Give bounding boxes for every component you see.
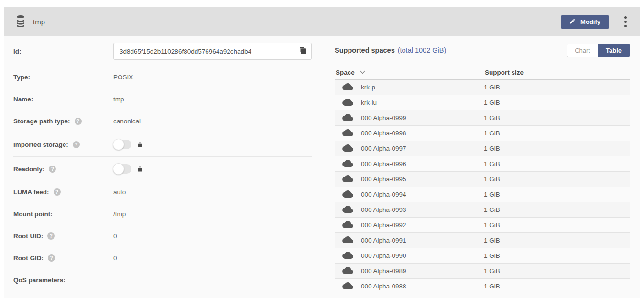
cloud-icon (342, 83, 361, 92)
modify-button-label: Modify (580, 18, 600, 25)
storage-content: Id: Type: POSIX Name: (4, 36, 640, 298)
space-name: 000 Alpha-0998 (361, 126, 484, 141)
space-name: 000 Alpha-0995 (361, 172, 484, 187)
space-row: krk-iu 1 GiB (335, 95, 630, 110)
table-view-button[interactable]: Table (598, 44, 630, 57)
toggle-wrap (113, 140, 142, 149)
cloud-icon (342, 190, 361, 199)
help-icon[interactable]: ? (54, 188, 61, 196)
readonly-toggle[interactable] (113, 164, 131, 174)
table-header-row: Space Support size (335, 68, 630, 80)
storage-id-input[interactable] (114, 48, 294, 55)
supported-spaces-table: Space Support size (335, 68, 630, 294)
space-icon-cell (335, 95, 361, 110)
space-row: 000 Alpha-0996 1 GiB (335, 156, 630, 172)
detail-label-text: Id: (13, 48, 22, 55)
detail-label: Readonly: ? (13, 166, 113, 173)
space-support-size: 1 GiB (484, 110, 630, 126)
chevron-down-icon (360, 68, 365, 76)
detail-row-luma-feed: LUMA feed: ? auto (13, 181, 312, 203)
space-icon-cell (335, 126, 361, 141)
id-input-box (113, 43, 312, 60)
space-row: 000 Alpha-0990 1 GiB (335, 248, 630, 264)
cloud-icon (342, 113, 361, 122)
help-icon[interactable]: ? (73, 141, 80, 148)
detail-label-text: Root UID: (13, 232, 43, 240)
detail-label: Root UID: ? (13, 232, 113, 240)
space-support-size: 1 GiB (484, 156, 630, 172)
detail-row-imported-storage: Imported storage: ? (13, 132, 312, 157)
copy-id-button[interactable] (294, 43, 311, 59)
cloud-icon (342, 251, 361, 260)
space-icon-cell (335, 218, 361, 233)
detail-label: Mount point: (13, 210, 113, 218)
cloud-icon (342, 221, 361, 230)
modify-button[interactable]: Modify (561, 15, 609, 29)
space-name: 000 Alpha-0997 (361, 141, 484, 156)
space-row: krk-p 1 GiB (335, 80, 630, 95)
space-name: 000 Alpha-0999 (361, 110, 484, 126)
space-icon-cell (335, 156, 361, 172)
chart-view-button[interactable]: Chart (567, 44, 598, 57)
space-name: krk-iu (361, 95, 484, 110)
detail-row-qos-parameters: QoS parameters: (13, 269, 312, 291)
detail-row-storage-path-type: Storage path type: ? canonical (13, 110, 312, 132)
space-row: 000 Alpha-0991 1 GiB (335, 233, 630, 248)
space-support-size: 1 GiB (484, 80, 630, 95)
detail-label-text: Imported storage: (13, 141, 68, 148)
detail-row-root-gid: Root GID: ? 0 (13, 247, 312, 269)
column-header-space[interactable]: Space (335, 68, 484, 80)
space-support-size: 1 GiB (484, 187, 630, 202)
spaces-table-body: krk-p 1 GiB krk-iu 1 GiB 000 Alpha-0999 … (335, 80, 630, 294)
detail-value: POSIX (113, 74, 133, 81)
storage-title: tmp (33, 18, 45, 26)
column-header-support-size[interactable]: Support size (484, 68, 630, 80)
help-icon[interactable]: ? (75, 118, 82, 125)
space-row: 000 Alpha-0999 1 GiB (335, 110, 630, 126)
imported-storage-toggle[interactable] (113, 140, 131, 149)
detail-label-text: Name: (13, 96, 33, 103)
space-icon-cell (335, 187, 361, 202)
detail-label: Imported storage: ? (13, 141, 113, 148)
storage-icon (16, 15, 25, 29)
detail-label: Root GID: ? (13, 254, 113, 262)
space-icon-cell (335, 248, 361, 264)
help-icon[interactable]: ? (47, 232, 55, 240)
detail-label: Id: (13, 48, 113, 55)
detail-label-text: Type: (13, 74, 30, 81)
space-support-size: 1 GiB (484, 202, 630, 218)
space-support-size: 1 GiB (484, 126, 630, 141)
detail-value: tmp (113, 96, 124, 103)
detail-label: Type: (13, 74, 113, 81)
help-icon[interactable]: ? (49, 166, 56, 173)
detail-label-text: Mount point: (13, 210, 53, 218)
detail-label-text: Readonly: (13, 166, 44, 173)
cloud-icon (342, 98, 361, 107)
cloud-icon (342, 266, 361, 276)
lock-icon (137, 142, 142, 148)
space-row: 000 Alpha-0993 1 GiB (335, 202, 630, 218)
space-icon-cell (335, 233, 361, 248)
supported-spaces-section: Supported spaces (total 1002 GiB) Chart … (335, 36, 630, 298)
column-header-space-label: Space (336, 69, 355, 76)
detail-value: /tmp (113, 210, 126, 218)
space-row: 000 Alpha-0997 1 GiB (335, 141, 630, 156)
detail-label: Name: (13, 96, 113, 103)
space-support-size: 1 GiB (484, 218, 630, 233)
supported-spaces-title: Supported spaces (335, 46, 395, 54)
space-name: 000 Alpha-0994 (361, 187, 484, 202)
space-name: 000 Alpha-0990 (361, 248, 484, 264)
space-row: 000 Alpha-0998 1 GiB (335, 126, 630, 141)
copy-icon (299, 47, 306, 55)
help-icon[interactable]: ? (48, 254, 55, 262)
lock-icon (137, 166, 142, 172)
detail-label: QoS parameters: (13, 276, 113, 284)
cloud-icon (342, 205, 361, 214)
detail-row-name: Name: tmp (13, 88, 312, 110)
space-row: 000 Alpha-0989 1 GiB (335, 264, 630, 279)
cloud-icon (342, 129, 361, 138)
detail-label: LUMA feed: ? (13, 188, 113, 196)
cloud-icon (342, 159, 361, 168)
storage-details-panel: tmp Modify Id: (4, 7, 640, 298)
more-options-menu[interactable] (622, 14, 630, 29)
